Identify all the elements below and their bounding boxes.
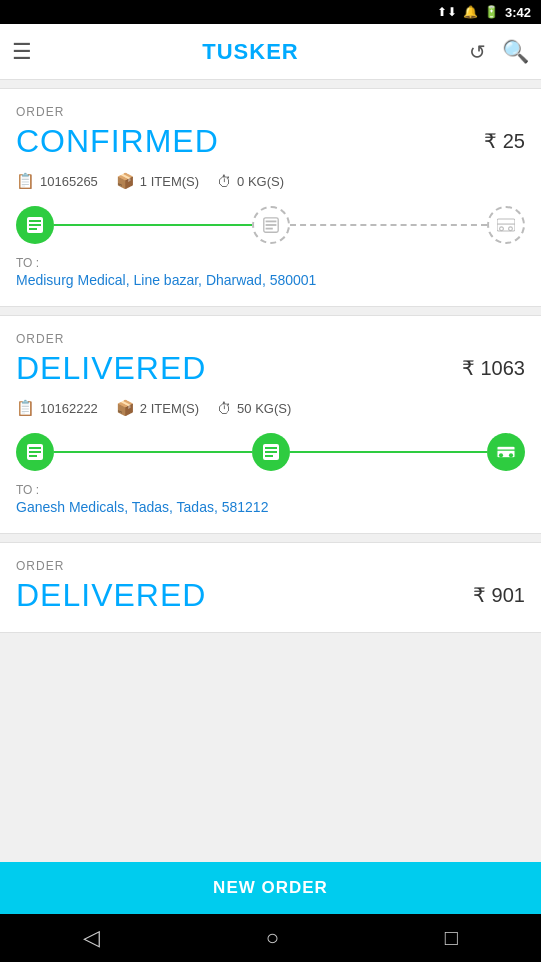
battery-icon: 🔋 — [484, 5, 499, 19]
svg-rect-1 — [29, 220, 41, 222]
android-home-button[interactable]: ○ — [266, 925, 279, 951]
order-label-3: ORDER — [16, 559, 525, 573]
search-icon[interactable]: 🔍 — [502, 39, 529, 65]
order-id-value-2: 10162222 — [40, 401, 98, 416]
track-dot-1-1 — [16, 206, 54, 244]
top-nav: ☰ TUSKER ↺ 🔍 — [0, 24, 541, 80]
order-weight-1: ⏱ 0 KG(S) — [217, 173, 284, 190]
status-icons: ⬆⬇ — [437, 5, 457, 19]
status-bar: ⬆⬇ 🔔 🔋 3:42 — [0, 0, 541, 24]
order-card-1[interactable]: ORDER CONFIRMED ₹ 25 📋 10165265 📦 1 ITEM… — [0, 88, 541, 307]
svg-rect-15 — [29, 455, 37, 457]
order-weight-icon-2: ⏱ — [217, 400, 232, 417]
svg-rect-6 — [265, 224, 276, 226]
order-items-2: 📦 2 ITEM(S) — [116, 399, 199, 417]
svg-point-22 — [509, 453, 513, 457]
notification-icon: 🔔 — [463, 5, 478, 19]
order-meta-1: 📋 10165265 📦 1 ITEM(S) ⏱ 0 KG(S) — [16, 172, 525, 190]
order-card-3[interactable]: ORDER DELIVERED ₹ 901 — [0, 542, 541, 633]
order-id-2: 📋 10162222 — [16, 399, 98, 417]
android-back-button[interactable]: ◁ — [83, 925, 100, 951]
order-id-icon-1: 📋 — [16, 172, 35, 190]
track-dot-1-2 — [252, 206, 290, 244]
svg-rect-13 — [29, 447, 41, 449]
svg-rect-2 — [29, 224, 41, 226]
refresh-icon[interactable]: ↺ — [469, 40, 486, 64]
track-dot-2-1 — [16, 433, 54, 471]
track-line-1-1 — [54, 224, 252, 226]
progress-track-2 — [16, 433, 525, 471]
status-time: 3:42 — [505, 5, 531, 20]
svg-point-21 — [499, 453, 503, 457]
order-items-icon-1: 📦 — [116, 172, 135, 190]
track-dot-2-3 — [487, 433, 525, 471]
new-order-button[interactable]: NEW ORDER — [0, 862, 541, 914]
to-label-2: TO : — [16, 483, 525, 497]
nav-actions: ↺ 🔍 — [469, 39, 529, 65]
order-meta-2: 📋 10162222 📦 2 ITEM(S) ⏱ 50 KG(S) — [16, 399, 525, 417]
svg-rect-5 — [265, 221, 276, 223]
order-weight-value-2: 50 KG(S) — [237, 401, 291, 416]
progress-track-1 — [16, 206, 525, 244]
track-line-2-2 — [290, 451, 488, 453]
svg-rect-3 — [29, 228, 37, 230]
order-weight-2: ⏱ 50 KG(S) — [217, 400, 291, 417]
order-weight-icon-1: ⏱ — [217, 173, 232, 190]
svg-point-10 — [509, 227, 513, 231]
order-items-icon-2: 📦 — [116, 399, 135, 417]
order-id-1: 📋 10165265 — [16, 172, 98, 190]
order-id-icon-2: 📋 — [16, 399, 35, 417]
main-content: ORDER CONFIRMED ₹ 25 📋 10165265 📦 1 ITEM… — [0, 88, 541, 741]
order-items-value-1: 1 ITEM(S) — [140, 174, 199, 189]
order-status-1: CONFIRMED — [16, 123, 219, 159]
svg-rect-14 — [29, 451, 41, 453]
svg-rect-17 — [265, 447, 277, 449]
order-to-2: TO : Ganesh Medicals, Tadas, Tadas, 5812… — [16, 483, 525, 515]
order-label-1: ORDER — [16, 105, 525, 119]
menu-icon[interactable]: ☰ — [12, 39, 32, 65]
to-address-1: Medisurg Medical, Line bazar, Dharwad, 5… — [16, 272, 525, 288]
track-line-1-2 — [290, 224, 488, 226]
svg-rect-7 — [265, 228, 272, 230]
track-dot-1-3 — [487, 206, 525, 244]
svg-rect-11 — [497, 224, 515, 225]
order-label-2: ORDER — [16, 332, 525, 346]
order-status-3: DELIVERED — [16, 577, 206, 613]
to-label-1: TO : — [16, 256, 525, 270]
order-card-2[interactable]: ORDER DELIVERED ₹ 1063 📋 10162222 📦 2 IT… — [0, 315, 541, 534]
svg-rect-19 — [265, 455, 273, 457]
track-dot-2-2 — [252, 433, 290, 471]
order-items-value-2: 2 ITEM(S) — [140, 401, 199, 416]
svg-rect-18 — [265, 451, 277, 453]
order-status-2: DELIVERED — [16, 350, 206, 386]
order-price-1: ₹ 25 — [484, 129, 525, 153]
svg-rect-23 — [497, 450, 515, 451]
order-price-2: ₹ 1063 — [462, 356, 525, 380]
app-title: TUSKER — [202, 39, 298, 65]
order-to-1: TO : Medisurg Medical, Line bazar, Dharw… — [16, 256, 525, 288]
order-weight-value-1: 0 KG(S) — [237, 174, 284, 189]
svg-point-9 — [500, 227, 504, 231]
android-recents-button[interactable]: □ — [445, 925, 458, 951]
android-nav: ◁ ○ □ — [0, 914, 541, 962]
to-address-2: Ganesh Medicals, Tadas, Tadas, 581212 — [16, 499, 525, 515]
track-line-2-1 — [54, 451, 252, 453]
order-price-3: ₹ 901 — [473, 583, 525, 607]
new-order-label: NEW ORDER — [213, 878, 328, 898]
order-items-1: 📦 1 ITEM(S) — [116, 172, 199, 190]
order-id-value-1: 10165265 — [40, 174, 98, 189]
